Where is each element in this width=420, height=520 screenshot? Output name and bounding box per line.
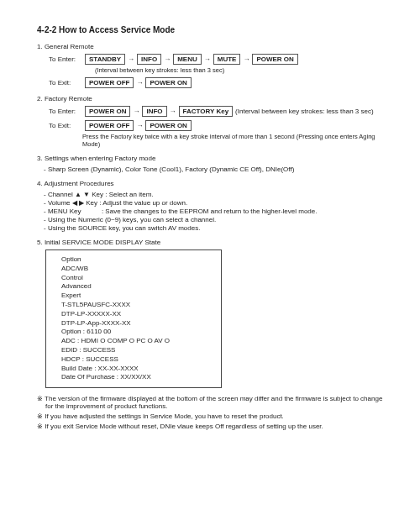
footnote-1: ※ The version of the firmware displayed … — [37, 395, 390, 410]
key-poweron: POWER ON — [145, 120, 191, 131]
sec1-enter-row: To Enter: STANDBY → INFO → MENU → MUTE →… — [49, 54, 390, 65]
arrow-icon: → — [243, 55, 249, 63]
enter-label: To Enter: — [49, 55, 82, 63]
footnote-2: ※ If you have adjusted the settings in S… — [37, 412, 390, 420]
key-menu: MENU — [173, 54, 202, 65]
key-poweron: POWER ON — [252, 54, 297, 65]
section5-head: 5. Initial SERVICE MODE DISPLAY State — [37, 239, 390, 246]
sec2-press-note: Press the Factory key twice with a key s… — [82, 133, 390, 148]
box-line: Option — [61, 255, 213, 265]
arrow-icon: → — [136, 79, 143, 87]
sec3-line1: - Sharp Screen (Dynamic), Color Tone (Co… — [44, 165, 390, 173]
key-poweroff: POWER OFF — [85, 120, 134, 131]
service-mode-box: Option ADC/WB Control Advanced Expert T-… — [45, 249, 222, 388]
box-line: T-STL5PAUSFC-XXXX — [61, 301, 213, 310]
box-line: ADC/WB — [61, 265, 213, 274]
box-line: DTP-LP-App-XXXX-XX — [61, 319, 213, 328]
key-info: INFO — [137, 54, 161, 65]
document-page: 4-2-2 How to Access Service Mode 1. Gene… — [0, 0, 420, 520]
box-line: Option : 6110 00 — [61, 328, 213, 337]
box-line: DTP-LP-XXXXX-XX — [61, 310, 213, 319]
key-factory: FACTORY Key — [179, 106, 234, 117]
sec2-interval-inline: (Interval between key strokes: less than… — [235, 108, 374, 115]
sec4-line2: - Volume ◀ ▶ Key : Adjust the value up o… — [44, 199, 390, 207]
section3-head: 3. Settings when entering Factory mode — [37, 155, 390, 162]
arrow-icon: → — [170, 108, 176, 115]
key-info: INFO — [142, 106, 166, 117]
section4-head: 4. Adjustment Procedures — [37, 180, 390, 187]
key-poweron: POWER ON — [85, 106, 130, 117]
arrow-icon: → — [164, 55, 171, 63]
enter-label: To Enter: — [49, 108, 82, 115]
box-line: Control — [61, 274, 213, 283]
key-mute: MUTE — [213, 54, 241, 65]
sec2-enter-row: To Enter: POWER ON → INFO → FACTORY Key … — [49, 106, 390, 117]
key-poweroff: POWER OFF — [85, 77, 134, 88]
box-line: ADC : HDMI O COMP O PC O AV O — [61, 337, 213, 346]
box-line: Build Date : XX-XX-XXXX — [61, 365, 213, 374]
box-line: Date Of Purchase : XX/XX/XX — [61, 373, 213, 382]
sec4-line3: - MENU Key : Save the changes to the EEP… — [44, 207, 390, 215]
arrow-icon: → — [133, 108, 139, 115]
box-line: Advanced — [61, 282, 213, 292]
section2-head: 2. Factory Remote — [37, 95, 390, 102]
arrow-icon: → — [128, 55, 134, 63]
arrow-icon: → — [204, 55, 211, 63]
arrow-icon: → — [136, 122, 143, 129]
sec4-line1: - Channel ▲ ▼ Key : Select an item. — [44, 191, 390, 198]
key-standby: STANDBY — [85, 54, 125, 65]
page-title: 4-2-2 How to Access Service Mode — [37, 25, 390, 34]
sec2-exit-row: To Exit: POWER OFF → POWER ON — [49, 120, 390, 131]
box-line: EDID : SUCCESS — [61, 346, 213, 355]
footnote-3: ※ If you exit Service Mode without reset… — [37, 423, 390, 430]
sec1-interval-note: (Interval between key strokes: less than… — [95, 66, 390, 74]
exit-label: To Exit: — [49, 122, 82, 129]
box-line: Expert — [61, 292, 213, 301]
sec4-line4: - Using the Numeric (0~9) keys, you can … — [44, 216, 390, 223]
sec1-exit-row: To Exit: POWER OFF → POWER ON — [49, 77, 390, 88]
section1-head: 1. General Remote — [37, 43, 390, 50]
exit-label: To Exit: — [49, 79, 82, 87]
key-poweron: POWER ON — [145, 77, 191, 88]
box-line: HDCP : SUCCESS — [61, 355, 213, 365]
sec4-line5: - Using the SOURCE key, you can switch A… — [44, 224, 390, 232]
